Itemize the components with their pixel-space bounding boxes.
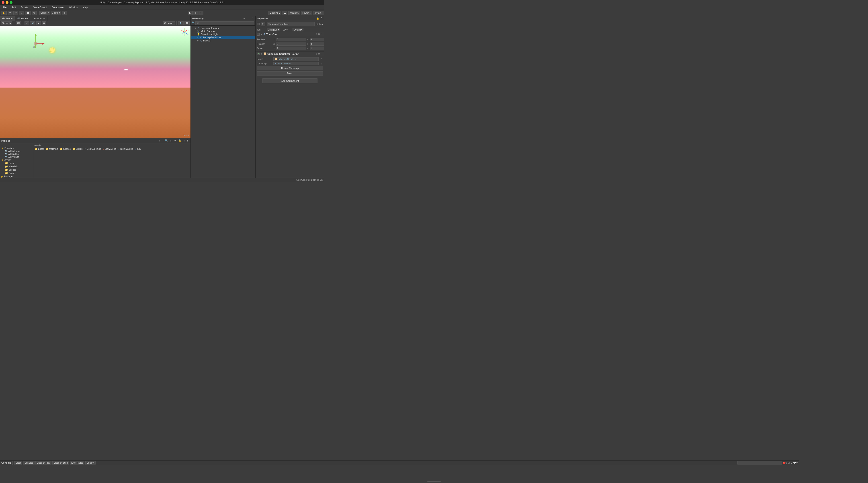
project-star-btn[interactable]: ★ bbox=[174, 139, 177, 143]
project-lock-btn[interactable]: 🔒 bbox=[178, 139, 182, 143]
hierarchy-search-input[interactable] bbox=[195, 21, 254, 25]
tree-directional-light[interactable]: 💡 Directional Light bbox=[191, 33, 255, 36]
cubemap-serializer-header[interactable]: ✓ ▼ 📜 Cubemap Serializer (Script) ? ⚙ ⋮ bbox=[255, 52, 324, 56]
project-eye-btn[interactable]: 👁 bbox=[169, 139, 173, 143]
shading-dropdown[interactable]: Shaded ▾ bbox=[1, 21, 12, 25]
cubemap-settings-icon[interactable]: ⚙ bbox=[318, 53, 320, 55]
scene-canvas[interactable]: ✺ ☁ bbox=[0, 26, 190, 138]
add-component-btn[interactable]: Add Component bbox=[262, 79, 317, 83]
proj-favorites-root[interactable]: ▼ Favorites bbox=[0, 147, 33, 150]
all-btn[interactable]: All bbox=[184, 21, 190, 25]
inspector-lock-btn[interactable]: 🔒 bbox=[316, 17, 319, 20]
save-btn[interactable]: Save... bbox=[257, 71, 323, 76]
global-dropdown[interactable]: Global ▾ bbox=[51, 11, 61, 15]
transform-menu-icon[interactable]: ⋮ bbox=[321, 33, 323, 35]
proj-all-materials[interactable]: 🔍 All Materials bbox=[0, 150, 33, 153]
proj-all-prefabs[interactable]: 🔍 All Prefabs bbox=[0, 155, 33, 158]
center-dropdown[interactable]: Center ▾ bbox=[39, 11, 50, 15]
maximize-btn[interactable] bbox=[10, 1, 12, 4]
rot-y-input[interactable] bbox=[310, 42, 324, 46]
transform-header[interactable]: ✓ ▼ ⊕ Transform ? ⚙ ⋮ bbox=[255, 32, 324, 36]
audio-btn[interactable]: 🔊 bbox=[30, 21, 35, 25]
pos-y-input[interactable] bbox=[310, 38, 324, 41]
proj-assets-root[interactable]: ▼ Assets bbox=[0, 158, 33, 161]
transform-settings-icon[interactable]: ⚙ bbox=[318, 33, 320, 35]
play-btn[interactable]: ▶ bbox=[188, 11, 193, 15]
scale-tool-btn[interactable]: ⤢ bbox=[19, 11, 24, 15]
scale-x-input[interactable] bbox=[276, 47, 306, 50]
proj-materials-folder[interactable]: 📁 Materials bbox=[0, 165, 33, 168]
gizmos-btn[interactable]: Gizmos ▾ bbox=[163, 21, 175, 25]
obj-name-field[interactable] bbox=[267, 22, 315, 26]
tag-dropdown[interactable]: Untagged ▾ bbox=[267, 28, 280, 31]
rect-tool-btn[interactable]: ⬜ bbox=[25, 11, 31, 15]
tree-cubemap-serializer[interactable]: ⬡ CubemapSerializer bbox=[191, 36, 255, 39]
hierarchy-add-btn[interactable]: + bbox=[242, 17, 246, 20]
hierarchy-menu-btn[interactable]: ⋮ bbox=[250, 17, 254, 20]
proj-all-models[interactable]: 🔍 All Models bbox=[0, 153, 33, 155]
hand-tool-btn[interactable]: ✋ bbox=[1, 11, 7, 15]
layers-dropdown[interactable]: Layers ▾ bbox=[301, 11, 312, 15]
search-scene-btn[interactable]: 🔍 bbox=[178, 21, 184, 25]
menu-window[interactable]: Window bbox=[68, 6, 79, 9]
effects-btn[interactable]: ✦ bbox=[36, 21, 41, 25]
transform-tool-btn[interactable]: ⊕ bbox=[32, 11, 36, 15]
script-select-btn[interactable]: ⊙ bbox=[319, 57, 323, 61]
asset-editor[interactable]: 📁 Editor bbox=[34, 148, 44, 150]
layer-dropdown[interactable]: Default ▾ bbox=[292, 28, 304, 31]
proj-add-btn[interactable]: + bbox=[0, 144, 33, 147]
asset-destcubemap[interactable]: ✕ DestCubemap bbox=[84, 148, 102, 150]
proj-packages-root[interactable]: ▶ Packages bbox=[0, 175, 33, 178]
collab-btn[interactable]: ☁ Collab ▾ bbox=[268, 11, 281, 15]
asset-scenes[interactable]: 📁 Scenes bbox=[60, 148, 71, 150]
close-btn[interactable] bbox=[2, 1, 4, 4]
proj-scenes-folder[interactable]: 📁 Scenes bbox=[0, 168, 33, 172]
static-dropdown[interactable]: Static ▾ bbox=[316, 23, 323, 25]
tree-debug[interactable]: ▶ ⬡ Debug bbox=[191, 39, 255, 42]
account-dropdown[interactable]: Account ▾ bbox=[288, 11, 300, 15]
update-cubemap-btn[interactable]: Update Cubemap bbox=[257, 66, 323, 70]
tree-cubemapexporter-root[interactable]: ▼ ⬡ CubemapExporter bbox=[191, 27, 255, 30]
asset-leftmaterial[interactable]: ● LeftMaterial bbox=[102, 148, 117, 150]
2d-btn[interactable]: 2D bbox=[16, 21, 21, 25]
tab-asset-store[interactable]: Asset Store bbox=[30, 16, 48, 21]
minimize-btn[interactable] bbox=[6, 1, 8, 4]
proj-editor-folder[interactable]: 📁 Editor bbox=[0, 161, 33, 165]
lighting-btn[interactable]: ☀ bbox=[25, 21, 29, 25]
asset-rightmaterial[interactable]: ● RightMaterial bbox=[118, 148, 134, 150]
cubemap-select-btn[interactable]: ⊙ bbox=[319, 62, 323, 65]
asset-materials[interactable]: 📁 Materials bbox=[45, 148, 59, 150]
transform-checkbox[interactable]: ✓ bbox=[257, 33, 259, 36]
tree-main-camera[interactable]: 📷 Main Camera bbox=[191, 30, 255, 33]
menu-file[interactable]: File bbox=[1, 6, 8, 9]
snap-btn[interactable]: ⊞ bbox=[62, 11, 67, 15]
cubemap-menu-icon[interactable]: ⋮ bbox=[321, 53, 323, 55]
project-add-btn[interactable]: + bbox=[158, 139, 161, 143]
active-checkbox[interactable]: ✓ bbox=[257, 23, 259, 25]
menu-component[interactable]: Component bbox=[50, 6, 65, 9]
scale-y-input[interactable] bbox=[310, 47, 324, 50]
menu-assets[interactable]: Assets bbox=[20, 6, 29, 9]
layout-dropdown[interactable]: Layout ▾ bbox=[313, 11, 323, 15]
cubemap-checkbox[interactable]: ✓ bbox=[257, 53, 259, 55]
step-btn[interactable]: ⏭ bbox=[198, 11, 204, 15]
asset-sky[interactable]: ● Sky bbox=[135, 148, 142, 150]
cubemap-info-icon[interactable]: ? bbox=[316, 53, 317, 55]
asset-scripts[interactable]: 📁 Scripts bbox=[72, 148, 83, 150]
transform-info-icon[interactable]: ? bbox=[316, 33, 317, 35]
pause-btn[interactable]: ⏸ bbox=[193, 11, 198, 15]
tab-game[interactable]: 🎮 Game bbox=[15, 16, 30, 21]
menu-gameobject[interactable]: GameObject bbox=[32, 6, 48, 9]
inspector-menu-btn[interactable]: ⋮ bbox=[319, 17, 323, 20]
menu-edit[interactable]: Edit bbox=[10, 6, 17, 9]
rotate-tool-btn[interactable]: ↺ bbox=[13, 11, 18, 15]
cloud-btn[interactable]: ☁ bbox=[282, 11, 287, 15]
project-menu-btn[interactable]: ⋮ bbox=[186, 139, 189, 143]
move-tool-btn[interactable]: ✥ bbox=[7, 11, 12, 15]
pos-x-input[interactable] bbox=[276, 38, 306, 41]
tab-scene[interactable]: 🏔 Scene bbox=[0, 16, 15, 21]
proj-scripts-folder[interactable]: 📁 Scripts bbox=[0, 172, 33, 175]
menu-help[interactable]: Help bbox=[81, 6, 89, 9]
rot-x-input[interactable] bbox=[276, 42, 306, 46]
project-search-btn[interactable]: 🔍 bbox=[165, 139, 168, 143]
